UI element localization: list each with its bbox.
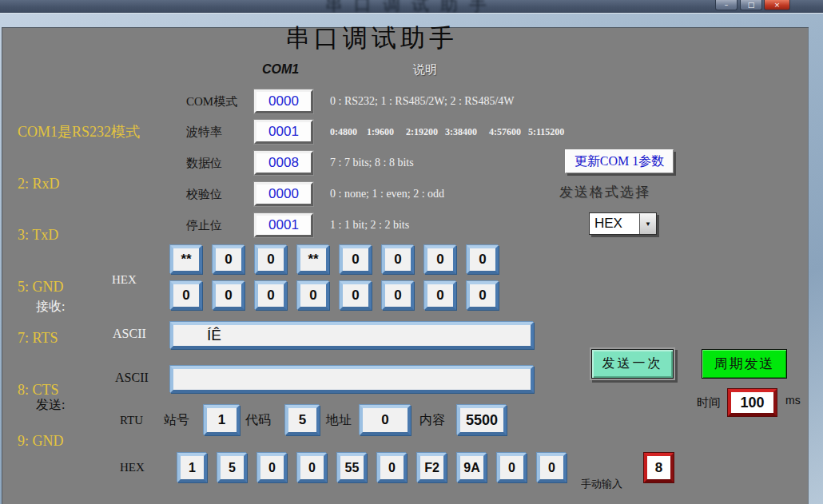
send-ascii-field[interactable] bbox=[170, 366, 534, 393]
receive-hex-cell: 0 bbox=[467, 245, 499, 274]
receive-ascii-label: ASCII bbox=[113, 327, 146, 341]
app-window: 串口调试助手 – □ × 串口调试助手 COM1 说明 COM1是RS232模式… bbox=[0, 0, 823, 504]
receive-hex-cell: 0 bbox=[424, 245, 456, 274]
send-ascii-label: ASCII bbox=[115, 371, 149, 385]
send-hex-cell[interactable]: 0 bbox=[297, 453, 327, 482]
com-mode-hint: 0 : RS232; 1 : RS485/2W; 2 : RS485/4W bbox=[330, 89, 515, 113]
rtu-address-label: 地址 bbox=[326, 405, 352, 435]
send-hex-cell[interactable]: 1 bbox=[177, 453, 207, 482]
receive-hex-row2: 0 0 0 0 0 0 0 0 bbox=[170, 281, 499, 310]
com-mode-label: COM模式 bbox=[186, 89, 237, 113]
send-format-selected: HEX bbox=[590, 213, 639, 234]
send-hex-cell[interactable]: 0 bbox=[257, 453, 287, 482]
port-label: COM1 bbox=[262, 62, 299, 77]
cyclic-send-button[interactable]: 周期发送 bbox=[702, 349, 787, 379]
time-unit-label: ms bbox=[785, 394, 801, 407]
send-hex-cell[interactable]: F2 bbox=[417, 453, 447, 482]
com-mode-field[interactable]: 0000 bbox=[254, 89, 313, 113]
receive-hex-cell: 0 bbox=[170, 281, 202, 310]
send-section-label: 发送: bbox=[36, 397, 65, 414]
send-hex-cell[interactable]: 5 bbox=[217, 453, 247, 482]
receive-hex-cell: 0 bbox=[255, 281, 287, 310]
data-bits-label: 数据位 bbox=[186, 151, 222, 175]
close-icon: × bbox=[774, 2, 781, 9]
rtu-content-field[interactable]: 5500 bbox=[457, 405, 507, 435]
send-hex-row: 1 5 0 0 55 0 F2 9A 0 0 bbox=[177, 453, 567, 482]
rtu-station-label: 站号 bbox=[164, 405, 189, 435]
stop-bits-field[interactable]: 0001 bbox=[254, 213, 313, 237]
update-com-params-button[interactable]: 更新COM 1参数 bbox=[565, 149, 674, 173]
receive-hex-cell: 0 bbox=[382, 281, 414, 310]
baud-rate-row: 波特率 0001 0:4800 1:9600 2:19200 3:38400 4… bbox=[186, 120, 698, 144]
minimize-icon: – bbox=[725, 2, 729, 9]
receive-hex-cell: 0 bbox=[467, 281, 499, 310]
titlebar: 串口调试助手 bbox=[0, 0, 823, 13]
send-hex-cell[interactable]: 9A bbox=[457, 453, 487, 482]
send-hex-cell[interactable]: 0 bbox=[377, 453, 407, 482]
send-format-dropdown[interactable]: HEX ▼ bbox=[589, 212, 657, 235]
receive-section-label: 接收: bbox=[36, 299, 65, 315]
send-format-label: 发送格式选择 bbox=[559, 183, 650, 201]
minimize-button[interactable]: – bbox=[715, 0, 738, 10]
receive-hex-cell: 0 bbox=[255, 245, 287, 274]
send-hex-cell[interactable]: 0 bbox=[497, 453, 527, 482]
com-mode-row: COM模式 0000 0 : RS232; 1 : RS485/2W; 2 : … bbox=[186, 89, 698, 113]
time-field[interactable]: 100 bbox=[728, 389, 777, 416]
rtu-code-label: 代码 bbox=[245, 405, 271, 435]
data-bits-hint: 7 : 7 bits; 8 : 8 bits bbox=[330, 151, 414, 175]
stop-bits-hint: 1 : 1 bit; 2 : 2 bits bbox=[330, 213, 409, 237]
parity-field[interactable]: 0000 bbox=[254, 182, 313, 206]
receive-hex-label: HEX bbox=[112, 273, 137, 287]
receive-hex-cell: 0 bbox=[382, 245, 414, 274]
pinout-pin: 2: RxD bbox=[18, 176, 140, 193]
window-title: 串口调试助手 bbox=[0, 0, 823, 13]
baud-rate-hint: 0:4800 1:9600 2:19200 3:38400 4:57600 5:… bbox=[330, 120, 564, 144]
page-title: 串口调试助手 bbox=[232, 22, 511, 55]
time-label: 时间 bbox=[697, 395, 721, 411]
manual-count-field[interactable]: 8 bbox=[644, 453, 674, 482]
parity-label: 校验位 bbox=[186, 182, 222, 206]
stop-bits-label: 停止位 bbox=[186, 213, 222, 237]
receive-hex-cell: ** bbox=[297, 245, 329, 274]
rtu-code-field[interactable]: 5 bbox=[285, 405, 320, 435]
dropdown-button[interactable]: ▼ bbox=[639, 213, 656, 234]
pinout-pin: 3: TxD bbox=[18, 227, 140, 244]
data-bits-field[interactable]: 0008 bbox=[254, 151, 313, 175]
receive-hex-row1: ** 0 0 ** 0 0 0 0 bbox=[170, 245, 499, 274]
receive-hex-cell: 0 bbox=[213, 245, 245, 274]
rtu-label: RTU bbox=[120, 405, 143, 435]
rtu-address-field[interactable]: 0 bbox=[360, 405, 411, 435]
receive-hex-cell: 0 bbox=[340, 281, 372, 310]
pinout-pin: 9: GND bbox=[18, 433, 140, 450]
receive-hex-cell: 0 bbox=[297, 281, 329, 310]
receive-hex-cell: 0 bbox=[424, 281, 456, 310]
baud-rate-label: 波特率 bbox=[186, 120, 222, 144]
receive-ascii-field: ÍÊ bbox=[170, 322, 534, 349]
close-button[interactable]: × bbox=[764, 0, 790, 10]
receive-hex-cell: 0 bbox=[213, 281, 245, 310]
maximize-button[interactable]: □ bbox=[740, 0, 762, 10]
send-hex-label: HEX bbox=[120, 453, 145, 482]
description-label: 说明 bbox=[413, 62, 437, 77]
maximize-icon: □ bbox=[748, 2, 755, 9]
manual-count-label: 手动输入 发送个数 bbox=[581, 452, 622, 504]
parity-hint: 0 : none; 1 : even; 2 : odd bbox=[330, 182, 444, 206]
send-once-button[interactable]: 发送一次 bbox=[591, 349, 674, 379]
baud-rate-field[interactable]: 0001 bbox=[254, 120, 313, 144]
pinout-mode-line: COM1是RS232模式 bbox=[18, 124, 140, 141]
receive-hex-cell: 0 bbox=[340, 245, 372, 274]
chevron-down-icon: ▼ bbox=[645, 220, 651, 228]
receive-hex-cell: ** bbox=[170, 245, 202, 274]
send-hex-cell[interactable]: 55 bbox=[337, 453, 367, 482]
send-hex-cell[interactable]: 0 bbox=[537, 453, 567, 482]
rtu-content-label: 内容 bbox=[419, 405, 445, 435]
rtu-station-field[interactable]: 1 bbox=[204, 405, 240, 435]
